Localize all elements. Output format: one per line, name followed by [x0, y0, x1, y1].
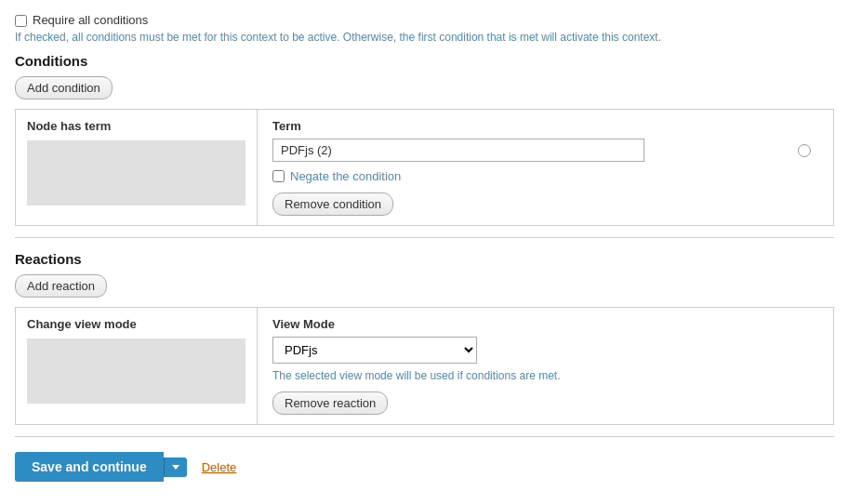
reactions-section: Reactions Add reaction Change view mode …	[15, 251, 834, 425]
negate-label: Negate the condition	[290, 169, 401, 183]
save-dropdown-button[interactable]	[164, 458, 187, 477]
term-label: Term	[272, 119, 818, 133]
condition-left-placeholder	[27, 140, 245, 206]
bottom-divider	[15, 436, 834, 437]
remove-reaction-button[interactable]: Remove reaction	[272, 391, 388, 415]
require-all-label: Require all conditions	[33, 13, 148, 27]
term-input[interactable]	[272, 139, 644, 162]
conditions-section-title: Conditions	[15, 53, 834, 69]
view-mode-select[interactable]: PDFjs Default Full content Teaser	[272, 337, 477, 364]
bottom-bar: Save and continue Delete	[15, 452, 834, 482]
section-divider	[15, 237, 834, 238]
require-all-checkbox[interactable]	[15, 15, 27, 27]
add-reaction-button[interactable]: Add reaction	[15, 274, 107, 298]
require-all-row: Require all conditions	[15, 13, 834, 27]
reaction-left-title: Change view mode	[27, 317, 245, 331]
condition-box: Node has term Term Negate the condition …	[15, 109, 834, 226]
reaction-box-inner: Change view mode View Mode PDFjs Default…	[16, 308, 833, 424]
add-condition-button[interactable]: Add condition	[15, 76, 113, 99]
reaction-left-placeholder	[27, 338, 245, 404]
condition-box-inner: Node has term Term Negate the condition …	[16, 110, 833, 225]
condition-left-title: Node has term	[27, 119, 245, 133]
condition-left-panel: Node has term	[16, 110, 258, 225]
reaction-left-panel: Change view mode	[16, 308, 258, 424]
reactions-section-title: Reactions	[15, 251, 834, 267]
view-mode-label: View Mode	[272, 317, 818, 331]
require-all-description: If checked, all conditions must be met f…	[15, 31, 834, 44]
term-input-circle-icon	[798, 144, 811, 157]
view-mode-description: The selected view mode will be used if c…	[272, 369, 818, 382]
condition-right-panel: Term Negate the condition Remove conditi…	[258, 110, 833, 225]
reaction-right-panel: View Mode PDFjs Default Full content Tea…	[258, 308, 833, 424]
negate-row: Negate the condition	[272, 169, 818, 183]
delete-button[interactable]: Delete	[202, 460, 237, 474]
reaction-box: Change view mode View Mode PDFjs Default…	[15, 307, 834, 425]
term-input-wrap	[272, 139, 818, 162]
save-continue-button[interactable]: Save and continue	[15, 452, 164, 482]
remove-condition-button[interactable]: Remove condition	[272, 192, 393, 216]
negate-checkbox[interactable]	[272, 170, 285, 182]
dropdown-arrow-icon	[172, 465, 179, 470]
